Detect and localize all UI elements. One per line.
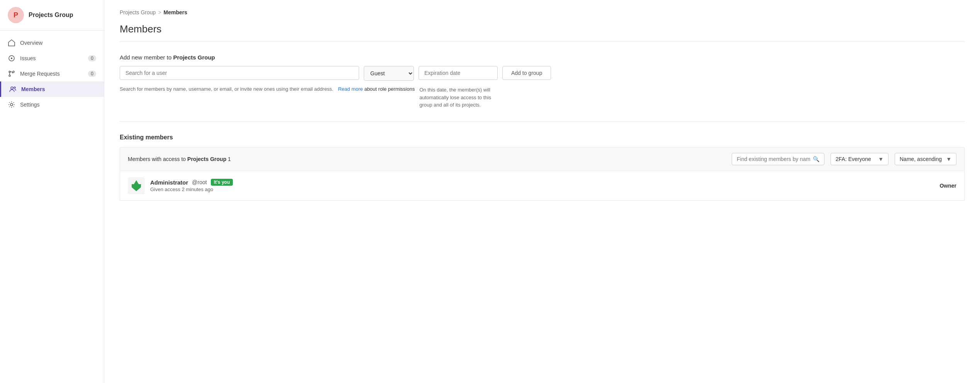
expiration-hint: On this date, the member(s) will automat… [419,86,497,109]
member-name: Administrator [150,179,188,186]
settings-label: Settings [20,102,40,108]
settings-icon [8,101,15,108]
add-member-title: Add new member to Projects Group [120,54,965,61]
members-header-group: Projects Group [187,156,226,162]
breadcrumb-current: Members [164,9,187,15]
add-member-title-prefix: Add new member to [120,54,173,61]
svg-point-6 [14,87,15,88]
2fa-filter-label: 2FA: Everyone [836,156,871,162]
sidebar-header: P Projects Group [0,0,104,31]
chevron-down-icon: ▼ [878,156,883,162]
member-name-row: Administrator @root It's you [150,179,939,186]
sidebar-item-overview[interactable]: Overview [0,35,104,51]
merge-icon [8,70,15,78]
search-icon: 🔍 [813,156,819,162]
breadcrumb: Projects Group > Members [120,9,965,15]
role-select-wrapper[interactable]: Guest Reporter Developer Maintainer Owne… [364,66,414,81]
existing-members-title: Existing members [120,134,965,141]
search-hint-text: Search for members by name, username, or… [120,86,333,92]
section-divider [120,121,965,122]
sidebar-item-issues[interactable]: Issues 0 [0,51,104,66]
group-avatar: P [8,7,24,23]
member-access-time: Given access 2 minutes ago [150,186,939,192]
svg-point-5 [11,87,13,89]
page-title: Members [120,23,965,42]
search-user-hint: Search for members by name, username, or… [120,86,333,92]
search-user-field[interactable] [120,66,359,80]
role-hint: Read more about role permissions [338,86,415,92]
sort-select[interactable]: Name, ascending ▼ [895,153,956,165]
svg-point-3 [9,75,10,76]
expiration-input[interactable] [419,66,498,80]
member-username: @root [192,179,207,185]
sort-label: Name, ascending [900,156,942,162]
member-info: Administrator @root It's you Given acces… [150,179,939,192]
overview-label: Overview [20,40,42,46]
sidebar-item-merge-requests[interactable]: Merge Requests 0 [0,66,104,81]
sidebar-nav: Overview Issues 0 Merg [0,31,104,117]
home-icon [8,39,15,47]
svg-point-4 [13,71,14,73]
expiration-hint-text: On this date, the member(s) will automat… [419,87,491,108]
members-count: 1 [228,156,231,162]
add-to-group-button[interactable]: Add to group [502,66,551,80]
members-label: Members [21,86,45,92]
search-members-input[interactable] [737,156,810,162]
merge-requests-badge: 0 [88,71,96,77]
issues-label: Issues [20,55,36,61]
hints-row: Search for members by name, username, or… [120,84,965,109]
main-content: Projects Group > Members Members Add new… [104,0,980,383]
member-badge-you: It's you [211,179,233,186]
members-table: Members with access to Projects Group 1 … [120,147,965,201]
sidebar: P Projects Group Overview Issues 0 [0,0,104,383]
svg-point-7 [10,103,13,106]
sort-chevron-icon: ▼ [946,156,951,162]
member-role: Owner [939,183,956,189]
members-icon [9,85,17,93]
role-select[interactable]: Guest Reporter Developer Maintainer Owne… [364,66,414,81]
read-more-link[interactable]: Read more [338,86,363,92]
expiration-date-field[interactable] [419,66,498,80]
avatar [128,177,145,194]
issues-badge: 0 [88,55,96,61]
sidebar-item-members[interactable]: Members [0,81,104,97]
breadcrumb-parent[interactable]: Projects Group [120,9,156,15]
2fa-filter[interactable]: 2FA: Everyone ▼ [831,153,888,165]
breadcrumb-separator: > [158,9,161,15]
members-header-prefix: Members with access to [128,156,187,162]
members-table-header: Members with access to Projects Group 1 … [120,147,965,171]
add-member-title-group: Projects Group [173,54,215,61]
search-user-input[interactable] [120,66,359,80]
svg-point-1 [11,58,12,59]
members-count-label: Members with access to Projects Group 1 [128,156,726,162]
add-member-row: Guest Reporter Developer Maintainer Owne… [120,66,965,81]
sidebar-item-settings[interactable]: Settings [0,97,104,112]
merge-requests-label: Merge Requests [20,71,60,77]
issues-icon [8,54,15,62]
group-name: Projects Group [29,12,73,19]
role-hint-suffix: about role permissions [363,86,415,92]
search-members-field[interactable]: 🔍 [732,153,824,165]
table-row: Administrator @root It's you Given acces… [120,171,965,201]
